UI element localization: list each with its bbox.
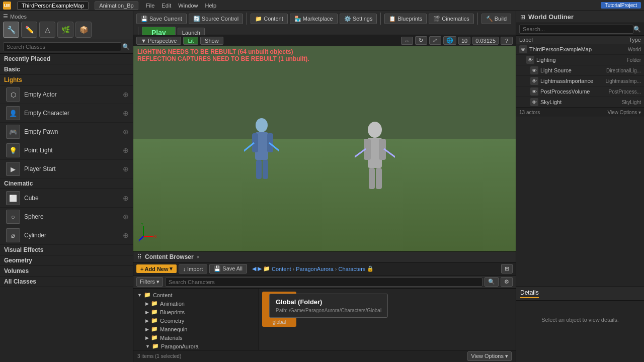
eye-icon-light-source[interactable]: 👁	[530, 66, 538, 74]
world-button[interactable]: 🌐	[443, 36, 456, 45]
menu-edit[interactable]: Edit	[160, 3, 173, 9]
lit-button[interactable]: Lit	[183, 37, 198, 45]
nav-content[interactable]: Content	[272, 266, 291, 272]
cb-view-options-button[interactable]: View Options ▾	[467, 351, 512, 361]
import-button[interactable]: ↓ Import	[179, 264, 208, 274]
tab-map[interactable]: ThirdPersonExampleMap	[17, 2, 89, 10]
cb-folder-2[interactable]: 📁	[299, 292, 334, 321]
scale-button[interactable]: ⤢	[429, 36, 441, 45]
sidebar-item-visual-effects[interactable]: Visual Effects	[0, 245, 133, 255]
cb-search-button[interactable]: 🔍	[485, 277, 499, 287]
snap-value-button[interactable]: 0.03125	[472, 37, 499, 45]
menu-file[interactable]: File	[144, 3, 156, 9]
wo-item-light-source[interactable]: 👁 Light Source DirectionalLig...	[516, 65, 644, 76]
wo-view-options-button[interactable]: View Options ▾	[607, 110, 641, 115]
save-all-button[interactable]: 💾 Save All	[209, 264, 247, 274]
cinematics-button[interactable]: 🎬 Cinematics	[429, 14, 473, 24]
build-button[interactable]: 🔨 Build	[481, 14, 511, 24]
viewport[interactable]: LIGHTING NEEDS TO BE REBUILT (64 unbuilt…	[133, 46, 516, 251]
wo-item-lightmass[interactable]: 👁 LightmassImportance LightmassImp...	[516, 76, 644, 86]
player-start-add[interactable]: ⊕	[123, 165, 129, 173]
wo-item-map[interactable]: 👁 ThirdPersonExampleMap World	[516, 44, 644, 55]
cb-folder-global[interactable]: 📁 global	[262, 292, 296, 327]
camera-speed-button[interactable]: ?	[501, 37, 513, 45]
eye-icon-lightmass[interactable]: 👁	[530, 77, 538, 85]
cb-tree-materials[interactable]: ▶ 📁 Materials	[133, 333, 259, 342]
mode-foliage[interactable]: 🌿	[57, 22, 73, 38]
wo-search-input[interactable]	[519, 25, 633, 34]
cb-tree-mannequin[interactable]: ▶ 📁 Mannequin	[133, 325, 259, 333]
cb-title: Content Browser	[145, 253, 194, 260]
empty-actor-add[interactable]: ⊕	[123, 90, 129, 99]
mode-geometry[interactable]: 📦	[75, 22, 92, 38]
blueprints-button[interactable]: 📋 Blueprints	[384, 14, 427, 24]
save-current-button[interactable]: 💾 Save Current	[136, 14, 187, 24]
perspective-button[interactable]: ▼ Perspective	[136, 37, 181, 45]
cb-tree-geometry[interactable]: ▶ 📁 Geometry	[133, 316, 259, 325]
marketplace-button[interactable]: 🏪 Marketplace	[290, 14, 338, 24]
wo-search-button[interactable]: 🔍	[633, 26, 641, 33]
translate-button[interactable]: ↔	[401, 37, 413, 45]
cb-options-button[interactable]: ⚙	[501, 277, 513, 287]
cb-tree-content[interactable]: ▼ 📁 Content	[133, 291, 259, 299]
menu-help[interactable]: Help	[203, 3, 218, 9]
rotate-button[interactable]: ↻	[415, 36, 427, 45]
add-new-button[interactable]: + Add New ▾	[136, 264, 177, 273]
show-button[interactable]: Show	[200, 37, 223, 45]
search-classes-button[interactable]: 🔍	[122, 43, 130, 50]
filters-button[interactable]: Filters ▾	[136, 277, 163, 287]
sidebar-item-basic[interactable]: Basic	[0, 64, 133, 75]
wo-item-lighting[interactable]: 👁 Lighting Folder	[516, 55, 644, 65]
cylinder-add[interactable]: ⊕	[123, 231, 129, 239]
content-button[interactable]: 📁 Content	[251, 14, 288, 24]
empty-character-add[interactable]: ⊕	[123, 109, 129, 117]
mode-select[interactable]: 🔧	[3, 22, 19, 38]
placement-sphere[interactable]: ○ Sphere ⊕	[0, 208, 133, 226]
toolbar-sep-1	[247, 13, 247, 25]
eye-icon-postprocess[interactable]: 👁	[530, 87, 538, 96]
cb-tree-animation[interactable]: ▶ 📁 Animation	[133, 299, 259, 308]
source-control-button[interactable]: 🔄 Source Control	[189, 14, 243, 24]
sphere-add[interactable]: ⊕	[123, 213, 129, 221]
mode-landscape[interactable]: △	[39, 22, 55, 38]
cb-tree-paragonaurora[interactable]: ▼ 📁 ParagonAurora	[133, 342, 259, 350]
sidebar-item-cinematic[interactable]: Cinematic	[0, 178, 133, 189]
cube-add[interactable]: ⊕	[123, 194, 129, 202]
wo-item-postprocess[interactable]: 👁 PostProcessVolume PostProcess...	[516, 86, 644, 97]
tab-animation[interactable]: Animation_Bp	[95, 2, 138, 10]
blueprints-icon: 📋	[389, 16, 396, 22]
cb-search-input[interactable]	[165, 278, 482, 287]
placement-cube[interactable]: ⬜ Cube ⊕	[0, 189, 133, 208]
nav-characters[interactable]: Characters	[339, 266, 366, 272]
empty-pawn-add[interactable]: ⊕	[123, 128, 129, 136]
nav-back[interactable]: ◀	[252, 265, 256, 272]
placement-empty-character[interactable]: 👤 Empty Character ⊕	[0, 104, 133, 123]
sidebar-item-lights[interactable]: Lights	[0, 75, 133, 85]
wo-item-skylight[interactable]: 👁 SkyLight SkyLight	[516, 97, 644, 108]
settings-button[interactable]: ⚙️ Settings	[340, 14, 377, 24]
eye-icon-map[interactable]: 👁	[519, 45, 527, 53]
cb-view-options[interactable]: ⊞	[501, 264, 513, 274]
nav-paragon[interactable]: ParagonAurora	[296, 266, 334, 272]
point-light-add[interactable]: ⊕	[123, 146, 129, 154]
mode-paint[interactable]: ✏️	[21, 22, 37, 38]
cb-content-area[interactable]: 📁 global 📁 📁 Global (Folder) Path:	[259, 289, 516, 350]
placement-empty-actor[interactable]: ⬡ Empty Actor ⊕	[0, 85, 133, 104]
cb-folder-3[interactable]: 📁	[337, 292, 371, 321]
sidebar-item-geometry[interactable]: Geometry	[0, 255, 133, 266]
sidebar-item-volumes[interactable]: Volumes	[0, 266, 133, 277]
sidebar-item-recently-placed[interactable]: Recently Placed	[0, 54, 133, 64]
dp-tab-details[interactable]: Details	[520, 289, 539, 298]
cb-tree-blueprints[interactable]: ▶ 📁 Blueprints	[133, 308, 259, 316]
placement-cylinder[interactable]: ⌀ Cylinder ⊕	[0, 226, 133, 245]
placement-empty-pawn[interactable]: 🎮 Empty Pawn ⊕	[0, 123, 133, 141]
menu-window[interactable]: Window	[177, 3, 199, 9]
eye-icon-skylight[interactable]: 👁	[530, 98, 538, 106]
snap-angle-button[interactable]: 10	[458, 37, 470, 45]
sidebar-item-all-classes[interactable]: All Classes	[0, 277, 133, 287]
placement-player-start[interactable]: ▶ Player Start ⊕	[0, 160, 133, 178]
nav-forward[interactable]: ▶	[258, 265, 262, 272]
eye-icon-lighting[interactable]: 👁	[526, 56, 534, 64]
placement-point-light[interactable]: 💡 Point Light ⊕	[0, 141, 133, 160]
search-classes-input[interactable]	[3, 42, 121, 51]
